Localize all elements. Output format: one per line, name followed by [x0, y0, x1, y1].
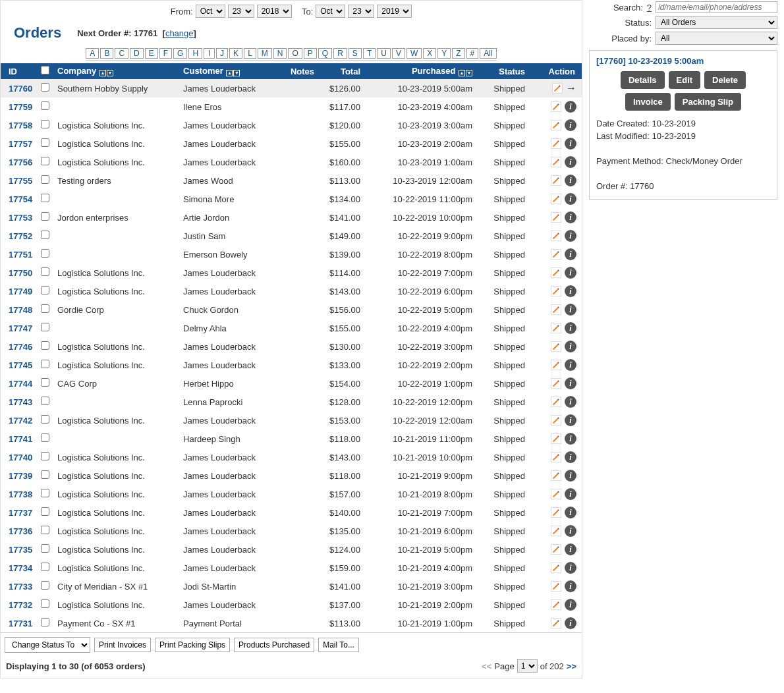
pencil-icon[interactable] — [550, 414, 562, 426]
row-checkbox[interactable] — [41, 415, 49, 424]
pencil-icon[interactable] — [550, 580, 562, 592]
table-row[interactable]: 17737Logistica Solutions Inc.James Loude… — [1, 503, 582, 522]
col-company[interactable]: Company ▲▼ — [53, 63, 179, 79]
info-icon[interactable]: i — [565, 414, 576, 426]
change-status-select[interactable]: Change Status To — [5, 637, 90, 653]
order-id-link[interactable]: 17751 — [9, 250, 32, 260]
col-customer[interactable]: Customer ▲▼ — [179, 63, 282, 79]
order-id-link[interactable]: 17752 — [9, 231, 32, 241]
order-id-link[interactable]: 17741 — [9, 434, 32, 444]
pencil-icon[interactable] — [550, 433, 562, 445]
pencil-icon[interactable] — [550, 138, 562, 150]
row-checkbox[interactable] — [41, 286, 49, 294]
order-id-link[interactable]: 17754 — [9, 194, 32, 204]
info-icon[interactable]: i — [565, 507, 576, 518]
pencil-icon[interactable] — [550, 341, 562, 352]
page-prev[interactable]: << — [482, 661, 491, 671]
info-icon[interactable]: i — [565, 617, 576, 629]
print-packing-button[interactable]: Print Packing Slips — [155, 638, 230, 652]
row-checkbox[interactable] — [41, 581, 49, 590]
change-link[interactable]: change — [165, 28, 194, 38]
sort-asc-icon[interactable]: ▲ — [459, 70, 465, 76]
row-checkbox[interactable] — [41, 249, 49, 258]
row-checkbox[interactable] — [41, 194, 49, 202]
to-month-select[interactable]: Oct — [316, 5, 345, 18]
letter-filter-e[interactable]: E — [145, 48, 158, 59]
table-row[interactable]: 17746Logistica Solutions Inc.James Loude… — [1, 337, 582, 356]
letter-filter-q[interactable]: Q — [318, 48, 332, 59]
info-icon[interactable]: i — [565, 433, 576, 445]
pencil-icon[interactable] — [550, 377, 562, 389]
row-checkbox[interactable] — [41, 212, 49, 221]
row-checkbox[interactable] — [41, 563, 49, 571]
pencil-icon[interactable] — [550, 599, 562, 611]
table-row[interactable]: 17755Testing ordersJames Wood$113.0010-2… — [1, 171, 582, 190]
order-id-link[interactable]: 17744 — [9, 379, 32, 389]
info-icon[interactable]: i — [565, 470, 576, 482]
letter-filter-r[interactable]: R — [333, 48, 347, 59]
pencil-icon[interactable] — [550, 230, 562, 242]
info-icon[interactable]: i — [565, 304, 576, 316]
table-row[interactable]: 17743Lenna Paprocki$128.0010-22-2019 12:… — [1, 393, 582, 411]
page-next[interactable]: >> — [567, 661, 576, 671]
letter-filter-k[interactable]: K — [229, 48, 242, 59]
col-notes[interactable]: Notes — [282, 63, 318, 79]
row-checkbox[interactable] — [41, 433, 49, 442]
table-row[interactable]: 17732Logistica Solutions Inc.James Loude… — [1, 596, 582, 614]
pencil-icon[interactable] — [550, 285, 562, 297]
info-icon[interactable]: i — [565, 248, 576, 260]
info-icon[interactable]: i — [565, 488, 576, 500]
row-checkbox[interactable] — [41, 489, 49, 497]
table-row[interactable]: 17758Logistica Solutions Inc.James Loude… — [1, 116, 582, 134]
col-total[interactable]: Total — [318, 63, 364, 79]
letter-filter-n[interactable]: N — [273, 48, 287, 59]
pencil-icon[interactable] — [550, 267, 562, 279]
row-checkbox[interactable] — [41, 470, 49, 479]
col-id[interactable]: ID — [1, 63, 37, 79]
arrow-right-icon[interactable]: → — [566, 82, 576, 94]
delete-button[interactable]: Delete — [704, 71, 746, 89]
order-id-link[interactable]: 17739 — [9, 471, 32, 481]
info-icon[interactable]: i — [565, 267, 576, 279]
table-row[interactable]: 17747Delmy Ahla$155.0010-22-2019 4:00pmS… — [1, 319, 582, 337]
table-row[interactable]: 17753Jordon enterprisesArtie Jordon$141.… — [1, 208, 582, 227]
letter-filter-s[interactable]: S — [349, 48, 362, 59]
row-checkbox[interactable] — [41, 101, 49, 110]
pencil-icon[interactable] — [550, 175, 562, 186]
row-checkbox[interactable] — [41, 120, 49, 128]
table-row[interactable]: 17740Logistica Solutions Inc.James Loude… — [1, 448, 582, 466]
col-purchased[interactable]: Purchased ▲▼ — [364, 63, 476, 79]
order-id-link[interactable]: 17753 — [9, 213, 32, 223]
order-id-link[interactable]: 17749 — [9, 287, 32, 296]
order-id-link[interactable]: 17742 — [9, 416, 32, 426]
table-row[interactable]: 17752Justin Sam$149.0010-22-2019 9:00pmS… — [1, 227, 582, 245]
info-icon[interactable]: i — [565, 543, 576, 555]
select-all-checkbox[interactable] — [41, 66, 49, 74]
info-icon[interactable]: i — [565, 285, 576, 297]
order-id-link[interactable]: 17743 — [9, 397, 32, 407]
table-row[interactable]: 17731Payment Co - SX #1Payment Portal$11… — [1, 614, 582, 632]
sort-desc-icon[interactable]: ▼ — [466, 70, 472, 76]
row-checkbox[interactable] — [41, 175, 49, 184]
sort-asc-icon[interactable]: ▲ — [99, 70, 106, 76]
table-row[interactable]: 17739Logistica Solutions Inc.James Loude… — [1, 466, 582, 485]
letter-filter-x[interactable]: X — [423, 48, 436, 59]
page-select[interactable]: 1 — [517, 659, 538, 673]
table-row[interactable]: 17745Logistica Solutions Inc.James Loude… — [1, 356, 582, 374]
sort-desc-icon[interactable]: ▼ — [233, 70, 240, 76]
table-row[interactable]: 17736Logistica Solutions Inc.James Loude… — [1, 522, 582, 540]
table-row[interactable]: 17756Logistica Solutions Inc.James Loude… — [1, 153, 582, 171]
pencil-icon[interactable] — [550, 451, 562, 463]
order-id-link[interactable]: 17760 — [9, 84, 32, 94]
row-checkbox[interactable] — [41, 599, 49, 608]
letter-filter-z[interactable]: Z — [452, 48, 464, 59]
info-icon[interactable]: i — [565, 580, 576, 592]
table-row[interactable]: 17760Southern Hobby SupplyJames Louderba… — [1, 79, 582, 97]
table-row[interactable]: 17742Logistica Solutions Inc.James Loude… — [1, 411, 582, 430]
letter-filter-p[interactable]: P — [304, 48, 317, 59]
pencil-icon[interactable] — [550, 322, 562, 334]
from-day-select[interactable]: 23 — [228, 5, 254, 18]
letter-filter-m[interactable]: M — [258, 48, 272, 59]
info-icon[interactable]: i — [565, 138, 576, 150]
pencil-icon[interactable] — [550, 248, 562, 260]
